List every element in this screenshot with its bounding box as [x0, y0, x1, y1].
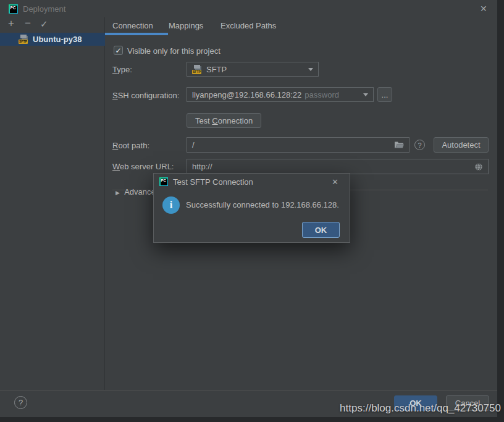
use-as-default-check-icon[interactable]: ✓ — [40, 19, 48, 29]
web-server-url-label: Web server URL: — [112, 162, 174, 171]
web-server-url-input[interactable]: http:// — [187, 159, 489, 174]
remove-server-button[interactable]: − — [25, 19, 31, 28]
autodetect-label: Autodetect — [442, 140, 480, 150]
chevron-down-icon — [308, 68, 313, 71]
root-path-input[interactable]: / — [187, 137, 410, 153]
web-server-url-value: http:// — [192, 162, 212, 171]
tab-mappings[interactable]: Mappings — [169, 21, 203, 30]
pycharm-logo-icon: PC — [9, 4, 18, 14]
visible-only-checkbox[interactable]: ✓ — [114, 46, 123, 55]
ssh-configuration-value: liyanpeng@192.168.66.128:22 — [192, 90, 301, 99]
test-connection-label: Test Connection — [195, 116, 253, 125]
active-tab-underline — [105, 33, 168, 35]
question-mark: ? — [418, 141, 421, 149]
ok-label: OK — [315, 226, 327, 235]
root-path-value: / — [192, 140, 195, 150]
checkbox-check-icon: ✓ — [115, 47, 121, 54]
tab-excluded-paths[interactable]: Excluded Paths — [220, 21, 276, 30]
root-path-label: Root path: — [112, 141, 149, 150]
ssh-configuration-label: SSH configuration: — [112, 91, 179, 100]
sftp-badge: SFTP — [19, 40, 28, 44]
dialog-ok-button[interactable]: OK — [302, 222, 340, 238]
type-label: Type: — [112, 65, 132, 74]
screen: PC Deployment ✕ + − ✓ SFTP Ubuntu-py38 C… — [0, 0, 504, 422]
sftp-type-icon: SFTP — [192, 65, 203, 74]
autodetect-button[interactable]: Autodetect — [434, 137, 489, 153]
pycharm-logo-icon: PC — [159, 177, 168, 186]
sidebar-item-label: Ubuntu-py38 — [33, 35, 82, 44]
footer-divider — [0, 390, 497, 390]
browse-ssh-configurations-button[interactable]: ... — [377, 87, 392, 102]
sftp-folder-icon: SFTP — [19, 35, 29, 44]
type-select[interactable]: SFTP SFTP — [187, 62, 319, 77]
visible-only-label[interactable]: Visible only for this project — [127, 46, 220, 56]
sftp-folder-sheets — [194, 65, 200, 69]
watermark-text: https://blog.csdn.net/qq_42730750 — [340, 402, 501, 415]
info-glyph: i — [170, 199, 173, 211]
test-sftp-connection-dialog: PC Test SFTP Connection ✕ i Successfully… — [153, 173, 350, 243]
question-mark: ? — [19, 398, 23, 407]
info-icon: i — [162, 196, 180, 214]
ellipsis-icon: ... — [382, 90, 388, 99]
server-list-panel: + − ✓ SFTP Ubuntu-py38 — [0, 17, 105, 390]
add-server-button[interactable]: + — [8, 19, 14, 28]
dialog-title: Test SFTP Connection — [173, 177, 253, 187]
help-icon[interactable]: ? — [414, 140, 425, 150]
test-connection-button[interactable]: Test Connection — [187, 113, 261, 128]
chevron-down-icon — [363, 93, 368, 96]
chevron-right-icon: ▶ — [116, 190, 120, 196]
dialog-message: Successfully connected to 192.168.66.128… — [186, 200, 339, 209]
sidebar-item-ubuntu-py38[interactable]: SFTP Ubuntu-py38 — [0, 33, 105, 46]
sftp-folder-sheets — [20, 35, 27, 38]
footer-help-button[interactable]: ? — [14, 396, 27, 409]
globe-icon[interactable] — [474, 162, 483, 171]
close-icon[interactable]: ✕ — [480, 4, 487, 14]
pycharm-logo-text: PC — [161, 179, 167, 185]
ssh-configuration-select[interactable]: liyanpeng@192.168.66.128:22 password — [187, 87, 374, 102]
pycharm-logo-text: PC — [10, 6, 17, 13]
ssh-password-hint: password — [304, 90, 339, 99]
type-value: SFTP — [206, 65, 227, 74]
window-title: Deployment — [23, 4, 65, 14]
sftp-badge: SFTP — [192, 70, 201, 74]
tab-connection[interactable]: Connection — [112, 21, 153, 30]
dialog-close-icon[interactable]: ✕ — [332, 177, 338, 187]
folder-browse-icon[interactable] — [394, 141, 404, 149]
